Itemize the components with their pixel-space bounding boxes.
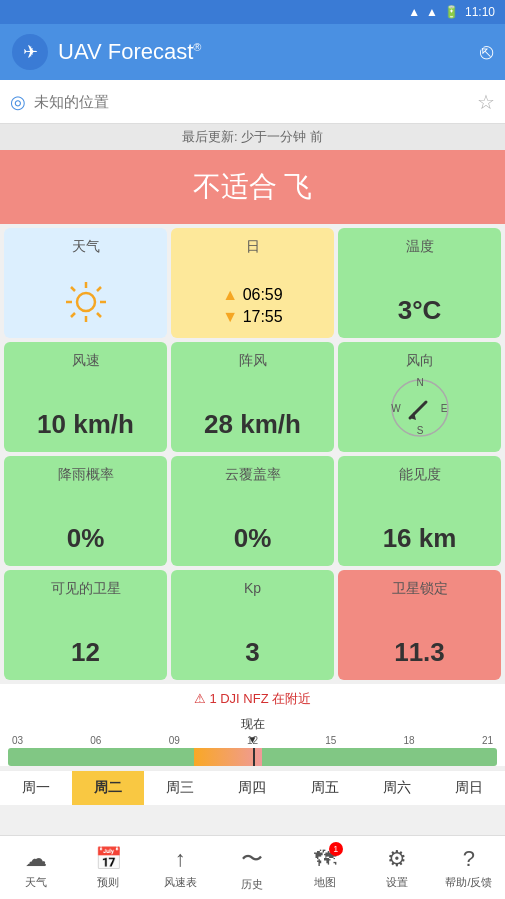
- now-label-text: 现在: [241, 717, 265, 731]
- history-nav-icon: 〜: [241, 844, 263, 874]
- sun-card: 日 ▲ 06:59 ▼ 17:55: [171, 228, 334, 338]
- satellites-card: 可见的卫星 12: [4, 570, 167, 680]
- map-nav-label: 地图: [314, 875, 336, 890]
- kp-card-title: Kp: [244, 580, 261, 596]
- rain-card: 降雨概率 0%: [4, 456, 167, 566]
- status-time: 11:10: [465, 5, 495, 19]
- visibility-value: 16 km: [383, 523, 457, 554]
- timeline-now-marker: ▼: [248, 734, 258, 745]
- settings-nav-icon: ⚙: [387, 846, 407, 872]
- svg-text:W: W: [391, 403, 401, 414]
- rain-value: 0%: [67, 523, 105, 554]
- nav-item-weather[interactable]: ☁ 天气: [0, 836, 72, 899]
- sat-lock-card: 卫星锁定 11.3: [338, 570, 501, 680]
- temperature-card: 温度 3°C: [338, 228, 501, 338]
- wind-direction-title: 风向: [406, 352, 434, 370]
- nav-item-wind[interactable]: ↑ 风速表: [144, 836, 216, 899]
- gust-card-title: 阵风: [239, 352, 267, 370]
- kp-card: Kp 3: [171, 570, 334, 680]
- day-tab-fri[interactable]: 周五: [289, 771, 361, 805]
- svg-line-9: [97, 287, 101, 291]
- weather-nav-icon: ☁: [25, 846, 47, 872]
- gust-card: 阵风 28 km/h: [171, 342, 334, 452]
- wind-nav-label: 风速表: [164, 875, 197, 890]
- app-bar: ✈ UAV Forecast® ⎋: [0, 24, 505, 80]
- wind-nav-icon: ↑: [175, 846, 186, 872]
- day-tab-tue[interactable]: 周二: [72, 771, 144, 805]
- wind-speed-title: 风速: [72, 352, 100, 370]
- cloud-card-title: 云覆盖率: [225, 466, 281, 484]
- nfz-text: ⚠ 1 DJI NFZ 在附近: [194, 691, 311, 706]
- cloud-value: 0%: [234, 523, 272, 554]
- day-tabs: 周一 周二 周三 周四 周五 周六 周日: [0, 770, 505, 805]
- history-nav-label: 历史: [241, 877, 263, 892]
- cloud-card: 云覆盖率 0%: [171, 456, 334, 566]
- wind-speed-value: 10 km/h: [37, 409, 134, 440]
- forecast-nav-label: 预则: [97, 875, 119, 890]
- day-tab-sat[interactable]: 周六: [361, 771, 433, 805]
- bottom-nav: ☁ 天气 📅 预则 ↑ 风速表 〜 历史 🗺 1 地图 ⚙ 设置 ? 帮助/反馈: [0, 835, 505, 899]
- weather-card-title: 天气: [72, 238, 100, 256]
- svg-line-7: [71, 287, 75, 291]
- nfz-warning: ⚠ 1 DJI NFZ 在附近: [0, 684, 505, 714]
- svg-point-2: [77, 293, 95, 311]
- nav-item-forecast[interactable]: 📅 预则: [72, 836, 144, 899]
- sunrise-value: ▲ 06:59: [222, 286, 282, 304]
- map-nav-badge: 1: [329, 842, 343, 856]
- fly-status-banner: 不适合 飞: [0, 150, 505, 224]
- weather-card: 天气: [4, 228, 167, 338]
- location-icon: ◎: [10, 91, 26, 113]
- nav-item-history[interactable]: 〜 历史: [216, 836, 288, 899]
- sat-lock-title: 卫星锁定: [392, 580, 448, 598]
- nav-item-settings[interactable]: ⚙ 设置: [361, 836, 433, 899]
- gust-value: 28 km/h: [204, 409, 301, 440]
- satellites-card-title: 可见的卫星: [51, 580, 121, 598]
- temperature-card-title: 温度: [406, 238, 434, 256]
- app-logo: ✈: [12, 34, 48, 70]
- day-tab-sun[interactable]: 周日: [433, 771, 505, 805]
- sunset-value: ▼ 17:55: [222, 308, 282, 326]
- weather-nav-label: 天气: [25, 875, 47, 890]
- visibility-card-title: 能见度: [399, 466, 441, 484]
- rain-card-title: 降雨概率: [58, 466, 114, 484]
- update-bar: 最后更新: 少于一分钟 前: [0, 124, 505, 150]
- wind-direction-card: 风向 N S W E: [338, 342, 501, 452]
- help-nav-icon: ?: [463, 846, 475, 872]
- status-battery: 🔋: [444, 5, 459, 19]
- settings-nav-label: 设置: [386, 875, 408, 890]
- share-button[interactable]: ⎋: [480, 39, 493, 65]
- svg-line-8: [97, 313, 101, 317]
- timeline-now-line: [253, 748, 255, 766]
- help-nav-label: 帮助/反馈: [445, 875, 492, 890]
- svg-text:E: E: [440, 403, 447, 414]
- timeline: 现在 03 06 09 12 15 18 21 ▼: [0, 714, 505, 766]
- forecast-nav-icon: 📅: [95, 846, 122, 872]
- status-bar: ▲ ▲ 🔋 11:10: [0, 0, 505, 24]
- visibility-card: 能见度 16 km: [338, 456, 501, 566]
- status-signal: ▲: [426, 5, 438, 19]
- compass-icon: N S W E: [388, 376, 452, 440]
- nav-item-help[interactable]: ? 帮助/反馈: [433, 836, 505, 899]
- day-tab-wed[interactable]: 周三: [144, 771, 216, 805]
- satellites-value: 12: [71, 637, 100, 668]
- search-input[interactable]: [34, 93, 469, 110]
- fly-status-text: 不适合 飞: [193, 171, 313, 202]
- sat-lock-value: 11.3: [394, 637, 445, 668]
- update-text: 最后更新: 少于一分钟 前: [182, 129, 323, 144]
- timeline-now-label: 现在: [4, 716, 501, 733]
- favorite-icon[interactable]: ☆: [477, 90, 495, 114]
- search-bar: ◎ ☆: [0, 80, 505, 124]
- temperature-value: 3°C: [398, 295, 442, 326]
- sun-card-title: 日: [246, 238, 260, 256]
- wind-speed-card: 风速 10 km/h: [4, 342, 167, 452]
- day-tab-thu[interactable]: 周四: [216, 771, 288, 805]
- nav-item-map[interactable]: 🗺 1 地图: [289, 836, 361, 899]
- sun-icon: [62, 278, 110, 326]
- status-wifi: ▲: [408, 5, 420, 19]
- svg-line-10: [71, 313, 75, 317]
- kp-value: 3: [245, 637, 259, 668]
- cards-grid: 天气 日 ▲ 06:59 ▼ 17:55 温度 3: [0, 224, 505, 684]
- day-tab-mon[interactable]: 周一: [0, 771, 72, 805]
- svg-text:S: S: [416, 425, 423, 436]
- svg-text:N: N: [416, 377, 423, 388]
